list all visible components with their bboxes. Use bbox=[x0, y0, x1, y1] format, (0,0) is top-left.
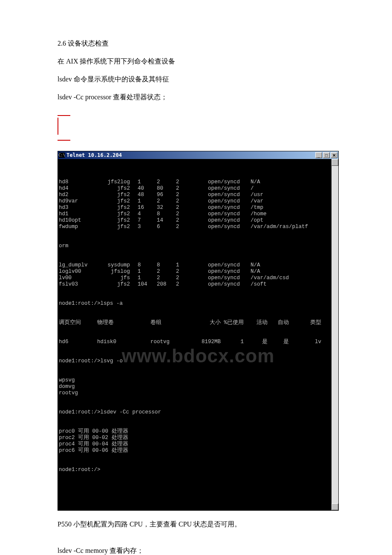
prompt-line: node1:root:/> bbox=[59, 467, 338, 473]
proc-line: proc6 可用 00-06 处理器 bbox=[59, 448, 338, 454]
paging-header: 调页空间物理卷卷组大小%已使用活动自动类型 bbox=[59, 320, 338, 326]
paragraph: lsdev -Cc processor 查看处理器状态； bbox=[58, 92, 337, 102]
scrollbar[interactable]: ▲ ▼ bbox=[331, 159, 338, 510]
scroll-down-button[interactable]: ▼ bbox=[331, 503, 338, 510]
lv-row: loglv00jfslog122open/syncdN/A bbox=[59, 269, 338, 275]
proc-line: proc4 可用 00-04 处理器 bbox=[59, 441, 338, 448]
red-bracket-top bbox=[58, 110, 337, 142]
lv-row: hd3jfs216322open/syncd/tmp bbox=[59, 205, 338, 211]
paragraph: 在 AIX 操作系统下用下列命令检查设备 bbox=[58, 56, 337, 66]
close-button[interactable]: ✕ bbox=[331, 152, 337, 158]
section-heading: 2.6 设备状态检查 bbox=[58, 38, 337, 49]
vg-line: domvg bbox=[59, 384, 338, 390]
window-title: Telnet 10.16.2.204 bbox=[66, 152, 122, 158]
lv-row: lg_dumplvsysdump881open/syncdN/A bbox=[59, 262, 338, 269]
lv-row: fslv03jfs21042082open/syncd/soft bbox=[59, 281, 338, 288]
scroll-track[interactable] bbox=[331, 166, 338, 503]
lv-row: hd9varjfs2122open/syncd/var bbox=[59, 198, 338, 205]
paragraph: lsdev -Cc memory 查看内存； bbox=[58, 546, 337, 555]
window-controls: _ □ ✕ bbox=[315, 152, 337, 158]
lv-row: hd1jfs2482open/syncd/home bbox=[59, 211, 338, 217]
lv-row: hd10optjfs27142open/syncd/opt bbox=[59, 217, 338, 224]
proc-line: proc2 可用 00-02 处理器 bbox=[59, 435, 338, 441]
minimize-button[interactable]: _ bbox=[315, 152, 322, 158]
lv-row: hd4jfs240802open/syncd/ bbox=[59, 185, 338, 192]
prompt-line: node1:root:/>lsdev -Cc processor bbox=[59, 409, 338, 416]
vg-line: wpsvg bbox=[59, 377, 338, 384]
lv-row: fwdumpjfs2362open/syncd/var/adm/ras/plat… bbox=[59, 224, 338, 230]
terminal-line: orm bbox=[59, 243, 338, 249]
lv-row: hd8jfs2log122open/syncdN/A bbox=[59, 179, 338, 185]
prompt-line: node1:root:/>lsvg -o bbox=[59, 358, 338, 364]
vg-line: rootvg bbox=[59, 390, 338, 396]
terminal-output: www.bdocx.com hd8jfs2log122open/syncdN/A… bbox=[58, 159, 338, 510]
proc-line: proc0 可用 00-00 处理器 bbox=[59, 428, 338, 435]
paragraph: lsdev 命令显示系统中的设备及其特征 bbox=[58, 74, 337, 84]
scroll-up-button[interactable]: ▲ bbox=[331, 159, 338, 166]
maximize-button[interactable]: □ bbox=[323, 152, 330, 158]
caption: P550 小型机配置为四路 CPU，主要查看 CPU 状态是否可用。 bbox=[58, 519, 337, 529]
terminal-window: C:\ Telnet 10.16.2.204 _ □ ✕ www.bdocx.c… bbox=[58, 151, 339, 511]
terminal-icon: C:\ bbox=[59, 153, 65, 158]
lv-row: lv00jfs122open/syncd/var/adm/csd bbox=[59, 275, 338, 281]
prompt-line: node1:root:/>lsps -a bbox=[59, 301, 338, 307]
paging-row: hd6hdisk0rootvg8192MB1是是lv bbox=[59, 339, 338, 345]
lv-row: hd2jfs248962open/syncd/usr bbox=[59, 192, 338, 198]
title-bar[interactable]: C:\ Telnet 10.16.2.204 _ □ ✕ bbox=[58, 151, 338, 159]
